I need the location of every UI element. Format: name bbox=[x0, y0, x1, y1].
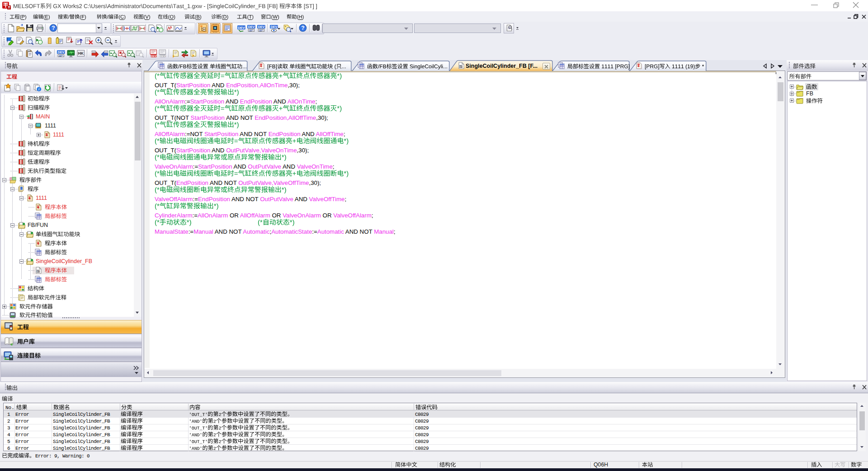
svg-text:ST: ST bbox=[37, 270, 40, 273]
svg-text:ST: ST bbox=[459, 65, 463, 68]
svg-text:HK: HK bbox=[78, 51, 84, 56]
svg-text:?: ? bbox=[301, 25, 304, 31]
svg-text:DEV: DEV bbox=[270, 25, 277, 29]
svg-text:?: ? bbox=[52, 25, 55, 31]
svg-text:DEV: DEV bbox=[258, 25, 264, 29]
svg-text:DEV: DEV bbox=[248, 25, 255, 29]
svg-text:DEV: DEV bbox=[57, 51, 64, 54]
svg-text:DEV: DEV bbox=[151, 55, 156, 57]
svg-text:DEV: DEV bbox=[160, 55, 165, 57]
svg-text:DEV: DEV bbox=[238, 26, 245, 30]
